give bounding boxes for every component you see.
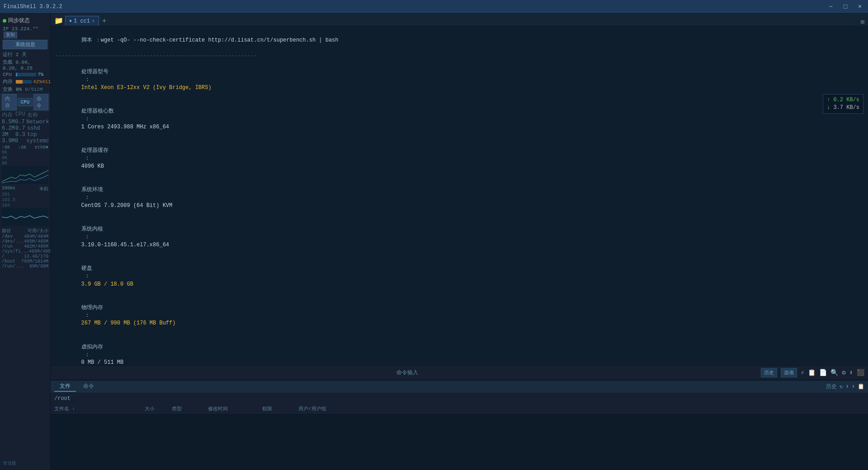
- cmd-input-label[interactable]: 命令输入: [396, 369, 418, 376]
- disk-space: 495M/495M: [29, 249, 53, 254]
- mem-bar: [16, 80, 32, 84]
- sync-label: 同步状态: [8, 17, 30, 24]
- tabbar: 📁 ● 1 cc1 × + ⊞: [51, 14, 868, 26]
- layout-icon[interactable]: ⊞: [861, 18, 864, 26]
- disk-path: /dev: [2, 234, 13, 239]
- tab-add-button[interactable]: +: [100, 17, 109, 26]
- download2-icon[interactable]: ⬆: [852, 383, 855, 390]
- app-title: FinalShell 3.9.2.2: [4, 4, 62, 10]
- tab-file[interactable]: 文件: [54, 381, 76, 392]
- maximize-button[interactable]: □: [841, 3, 850, 10]
- network-section: ↑6K ↓6K eth0▼ 6K 8K 6K: [0, 144, 50, 185]
- terminal[interactable]: 脚本 ：wget -qO- --no-check-certificate htt…: [51, 26, 868, 365]
- clipboard2-icon[interactable]: 📋: [858, 383, 864, 390]
- latency-label: 200ms: [2, 186, 15, 192]
- upload-icon[interactable]: ⬇: [846, 383, 849, 390]
- copy2-icon[interactable]: 📄: [819, 369, 827, 376]
- disk-row: /dev/... 495M/495M: [2, 239, 48, 244]
- terminal-command: 脚本 ：wget -qO- --no-check-certificate htt…: [55, 29, 863, 52]
- speed-overlay: ↑ 0.2 KB/s ↓ 3.7 KB/s: [823, 94, 863, 114]
- sysinfo-button[interactable]: 系统信息: [3, 40, 47, 49]
- fm-col-type[interactable]: 类型: [172, 405, 208, 412]
- disk-space: 99M/99M: [29, 264, 48, 269]
- titlebar-left: FinalShell 3.9.2.2: [4, 4, 62, 10]
- swap-size: 0/512M: [25, 87, 43, 92]
- fm-col-owner[interactable]: 用户/用户组: [298, 405, 864, 412]
- sync-status: 同步状态: [0, 15, 50, 26]
- speed-up: ↑ 0.2 KB/s: [827, 96, 859, 104]
- disk-title: 路径 可用/大小: [2, 228, 48, 234]
- disk-section: 路径 可用/大小 /dev 484M/484M /dev/... 495M/49…: [0, 227, 50, 270]
- disk-row: /boot 795M/1014M: [2, 259, 48, 264]
- history-btn-fm[interactable]: 历史: [826, 383, 837, 390]
- disk-row: /run/... 99M/99M: [2, 264, 48, 269]
- sysinfo-row: 处理器缓存 ： 4096 KB: [55, 139, 863, 178]
- net-down-label: ↓6K: [18, 145, 26, 150]
- net-graph: [2, 166, 48, 184]
- latency-section: 200ms 本机 201 192.5 184: [0, 185, 50, 227]
- swap-row: 交换 0% 0/512M: [0, 85, 50, 93]
- tab-right-area: ⊞: [861, 18, 868, 26]
- close-button[interactable]: ×: [855, 3, 864, 10]
- disk-space: 482M/495M: [24, 244, 48, 249]
- swap-label: 交换: [3, 86, 13, 93]
- titlebar-right: − □ ×: [826, 3, 864, 10]
- tab-label: 1 cc1: [74, 18, 90, 24]
- tab-cmd[interactable]: 命令: [33, 94, 48, 110]
- net-up-label: ↑6K: [2, 145, 10, 150]
- sysinfo-row: 系统内核 ： 3.10.0-1160.45.1.el7.x86_64: [55, 217, 863, 257]
- refresh-icon[interactable]: ↻: [840, 383, 843, 390]
- fm-col-perm[interactable]: 权限: [262, 405, 298, 412]
- clipboard-icon[interactable]: 📋: [808, 369, 816, 376]
- fm-col-mtime[interactable]: 修改时间: [208, 405, 262, 412]
- disk-row: /sys/fi... 495M/495M: [2, 249, 48, 254]
- tab-close-button[interactable]: ×: [92, 19, 95, 24]
- sidebar: 同步状态 IP 23.224.** 复制 系统信息 运行 2 天 负载 0.06…: [0, 14, 51, 470]
- mode-tabs: 内存 CPU 命令: [0, 93, 50, 111]
- maximize-icon[interactable]: ⬛: [857, 369, 864, 376]
- minimize-button[interactable]: −: [826, 3, 835, 10]
- disk-space: 795M/1014M: [21, 259, 48, 264]
- fm-col-name[interactable]: 文件名 ↑: [54, 405, 145, 412]
- swap-value: 0%: [16, 87, 22, 92]
- disk-col2: 可用/大小: [28, 228, 48, 234]
- net-iface[interactable]: eth0▼: [35, 145, 48, 150]
- disk-path: /run/...: [2, 264, 24, 269]
- process-list: 内存 CPU 名称 8.5M 0.7 Network 6.2M 0.7 sshd…: [0, 111, 50, 144]
- proc-header: 内存 CPU 名称: [0, 111, 50, 119]
- speed-down: ↓ 3.7 KB/s: [827, 104, 859, 112]
- file-manager: 文件 命令 历史 ↻ ⬇ ⬆ 📋 /root 文件名 ↑ 大小 类型 修改时间 …: [51, 380, 868, 470]
- copy-button[interactable]: 复制: [4, 32, 17, 38]
- disk-path: /: [2, 254, 5, 259]
- mem-bar-container: 内存 42%411M/991M: [0, 78, 50, 85]
- disk-path: /sys/fi...: [2, 249, 29, 254]
- mem-value: 42%411M/991M: [33, 79, 47, 85]
- settings-icon[interactable]: ⚙: [842, 369, 845, 376]
- latency-graph: [2, 208, 48, 226]
- fm-table-header: 文件名 ↑ 大小 类型 修改时间 权限 用户/用户组: [51, 404, 868, 414]
- tab-cc1[interactable]: ● 1 cc1 ×: [65, 16, 99, 26]
- tab-cmd[interactable]: 命令: [78, 381, 99, 392]
- history-button[interactable]: 历史: [761, 368, 777, 377]
- proc-row: 3.9M 0 systemd: [0, 138, 50, 144]
- sysinfo-row: 处理器核心数 ： 1 Cores 2493.988 MHz x86_64: [55, 100, 863, 139]
- latency-local: 本机: [39, 186, 48, 192]
- disk-path: /run: [2, 244, 13, 249]
- search-icon[interactable]: 🔍: [830, 369, 838, 376]
- cpu-bar-container: CPU 7%: [0, 71, 50, 78]
- ip-row: IP 23.224.** 复制: [0, 26, 50, 38]
- lightning-icon[interactable]: ⚡: [801, 369, 804, 376]
- disk-row: /run 482M/495M: [2, 244, 48, 249]
- select-button[interactable]: 选项: [781, 368, 797, 377]
- download-icon[interactable]: ⬇: [849, 369, 853, 376]
- tab-cpu[interactable]: CPU: [18, 98, 33, 106]
- disk-space: 13.4G/17G: [24, 254, 48, 259]
- folder-icon[interactable]: 📁: [52, 16, 65, 26]
- tab-mem[interactable]: 内存: [2, 94, 17, 110]
- content-area: 📁 ● 1 cc1 × + ⊞ 脚本 ：wget -qO- --no-check…: [51, 14, 868, 470]
- disk-space: 484M/484M: [24, 234, 48, 239]
- proc-row: 6.2M 0.7 sshd: [0, 125, 50, 132]
- proc-row: 3M 0.3 top: [0, 132, 50, 138]
- disk-row: / 13.4G/17G: [2, 254, 48, 259]
- fm-col-size[interactable]: 大小: [145, 405, 172, 412]
